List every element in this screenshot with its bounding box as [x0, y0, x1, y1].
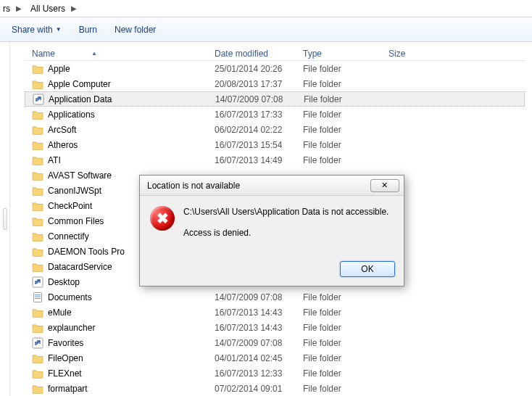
split-grip-icon	[3, 208, 7, 230]
shortcut-icon	[32, 337, 43, 349]
cell-date: 14/07/2009 07:08	[215, 94, 304, 104]
cell-date: 20/08/2013 17:37	[215, 79, 303, 89]
folder-icon	[32, 215, 43, 227]
share-with-button[interactable]: Share with ▼	[12, 25, 62, 35]
breadcrumb-text: rs	[1, 4, 12, 14]
cell-type: File folder	[303, 64, 388, 74]
close-icon: ✕	[381, 181, 388, 190]
file-name: Desktop	[48, 277, 80, 287]
cell-date: 16/07/2013 14:49	[215, 155, 303, 165]
toolbar-label: Share with	[12, 25, 53, 35]
folder-icon	[32, 139, 43, 151]
file-row[interactable]: ATI16/07/2013 14:49File folder	[25, 152, 525, 168]
folder-icon	[32, 383, 43, 395]
folder-icon	[32, 63, 43, 75]
cell-name: ATI	[25, 154, 215, 166]
file-row[interactable]: Application Data14/07/2009 07:08File fol…	[25, 91, 525, 107]
file-row[interactable]: ArcSoft06/02/2014 02:22File folder	[25, 122, 525, 137]
cell-date: 16/07/2013 14:43	[215, 308, 303, 318]
folder-icon	[32, 246, 43, 257]
cell-name: FileOpen	[25, 352, 215, 364]
file-name: Atheros	[48, 140, 78, 150]
close-button[interactable]: ✕	[370, 179, 399, 192]
file-row[interactable]: formatpart07/02/2014 09:01File folder	[25, 381, 525, 396]
ok-button[interactable]: OK	[340, 261, 395, 277]
file-row[interactable]: Documents14/07/2009 07:08File folder	[25, 289, 525, 305]
folder-icon	[32, 124, 43, 136]
file-row[interactable]: eMule16/07/2013 14:43File folder	[25, 305, 525, 320]
error-icon: ✖	[150, 206, 175, 231]
breadcrumb-segment[interactable]: rs ▶	[0, 4, 28, 14]
column-header-type[interactable]: Type	[303, 49, 388, 59]
chevron-down-icon: ▼	[56, 26, 62, 33]
folder-icon	[32, 170, 43, 181]
file-name: Apple	[48, 64, 70, 74]
file-name: ATI	[48, 155, 61, 165]
chevron-right-icon[interactable]: ▶	[67, 4, 81, 12]
cell-date: 16/07/2013 15:54	[215, 140, 303, 150]
folder-icon	[32, 78, 43, 90]
column-header-size[interactable]: Size	[388, 49, 439, 59]
file-name: ArcSoft	[48, 125, 76, 135]
cell-name: explauncher	[25, 322, 215, 334]
dialog-body: ✖ C:\Users\All Users\Application Data is…	[140, 196, 404, 261]
cell-date: 14/07/2009 07:08	[215, 292, 303, 302]
cell-name: ArcSoft	[25, 124, 215, 136]
header-label: Name	[32, 49, 55, 59]
folder-icon	[32, 109, 43, 120]
file-name: Documents	[48, 292, 92, 302]
file-name: eMule	[48, 308, 72, 318]
dialog-buttons: OK	[140, 261, 404, 286]
file-row[interactable]: Atheros16/07/2013 15:54File folder	[25, 137, 525, 152]
column-header-date[interactable]: Date modified	[215, 49, 303, 59]
file-name: DAEMON Tools Pro	[48, 247, 125, 257]
cell-type: File folder	[303, 125, 388, 135]
cell-type: File folder	[303, 140, 388, 150]
file-name: DatacardService	[48, 262, 112, 272]
folder-icon	[32, 368, 43, 379]
file-row[interactable]: explauncher16/07/2013 14:43File folder	[25, 320, 525, 335]
file-name: explauncher	[48, 323, 95, 333]
file-row[interactable]: Apple25/01/2014 20:26File folder	[25, 61, 525, 76]
file-row[interactable]: Applications16/07/2013 17:33File folder	[25, 107, 525, 122]
burn-button[interactable]: Burn	[79, 25, 97, 35]
chevron-right-icon[interactable]: ▶	[12, 4, 26, 12]
shortcut-icon	[32, 276, 43, 288]
dialog-titlebar[interactable]: Location is not available ✕	[140, 176, 404, 196]
svg-rect-5	[35, 298, 41, 299]
cell-type: File folder	[303, 110, 388, 120]
cell-date: 04/01/2014 02:45	[215, 353, 303, 363]
file-row[interactable]: Apple Computer20/08/2013 17:37File folde…	[25, 76, 525, 91]
file-row[interactable]: Favorites14/07/2009 07:08File folder	[25, 335, 525, 350]
file-row[interactable]: FLEXnet16/07/2013 12:33File folder	[25, 366, 525, 381]
folder-icon	[32, 154, 43, 166]
column-header-name[interactable]: Name ▲	[25, 49, 215, 59]
cell-date: 25/01/2014 20:26	[215, 64, 303, 74]
pane-split-handle[interactable]	[0, 42, 10, 396]
breadcrumb-bar: rs ▶ All Users ▶	[0, 0, 532, 17]
folder-icon	[32, 185, 43, 197]
file-name: CheckPoint	[48, 201, 92, 211]
cell-type: File folder	[303, 338, 388, 348]
cell-date: 16/07/2013 12:33	[215, 368, 303, 379]
doc-icon	[32, 292, 43, 303]
breadcrumb-segment[interactable]: All Users ▶	[28, 4, 83, 14]
dialog-message: C:\Users\All Users\Application Data is n…	[183, 206, 388, 261]
file-name: Connectify	[48, 231, 89, 242]
cell-type: File folder	[303, 155, 388, 165]
file-name: FileOpen	[48, 353, 83, 363]
cell-type: File folder	[303, 292, 388, 302]
new-folder-button[interactable]: New folder	[115, 25, 156, 35]
breadcrumb-text: All Users	[29, 4, 67, 14]
toolbar: Share with ▼ Burn New folder	[0, 17, 532, 42]
cell-type: File folder	[303, 353, 388, 363]
file-name: Applications	[48, 110, 95, 120]
cell-name: formatpart	[25, 383, 215, 395]
cell-date: 14/07/2009 07:08	[215, 338, 303, 348]
file-name: FLEXnet	[48, 368, 82, 379]
file-name: Application Data	[49, 94, 112, 104]
dialog-line1: C:\Users\All Users\Application Data is n…	[183, 206, 388, 218]
cell-name: FLEXnet	[25, 368, 215, 379]
file-row[interactable]: FileOpen04/01/2014 02:45File folder	[25, 350, 525, 366]
folder-icon	[32, 200, 43, 212]
